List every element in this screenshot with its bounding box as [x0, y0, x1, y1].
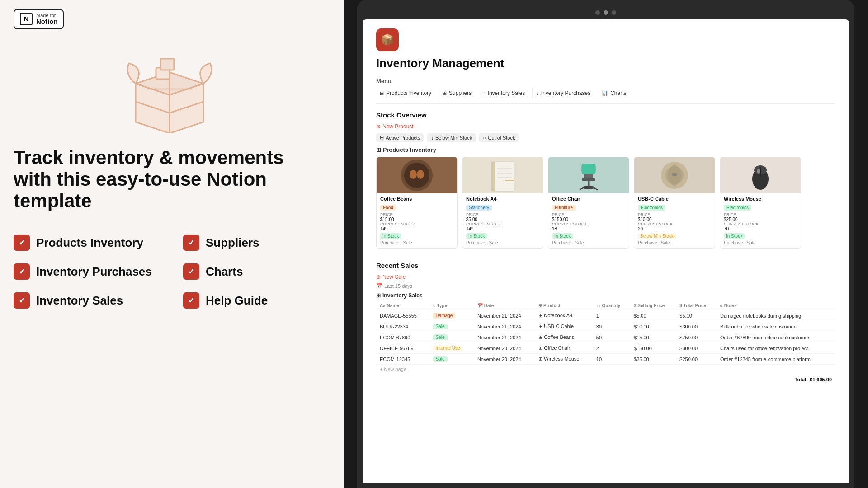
- check-icon-5: [14, 292, 30, 309]
- notion-badge: N Made for Notion: [14, 9, 64, 29]
- col-date: 📅 Date: [474, 301, 535, 310]
- product-info-notebook: Notebook A4 Stationery PRICE $5.00 CURRE…: [462, 193, 543, 248]
- row-qty: 30: [593, 321, 630, 332]
- filter-icon-2: ↓: [431, 135, 434, 141]
- table-row: ECOM-12345 Sale November 20, 2024 ⊞ Wire…: [376, 354, 835, 365]
- menu-icon-suppliers: ⊞: [443, 90, 447, 96]
- row-notes: Order #67890 from online café customer.: [717, 332, 835, 343]
- col-product: ⊞ Product: [535, 301, 593, 310]
- badge-text: Made for Notion: [36, 13, 57, 26]
- svg-point-23: [582, 186, 595, 189]
- check-icon-6: [183, 292, 199, 309]
- product-card-coffee-beans[interactable]: Coffee Beans Food PRICE $15.00 CURRENT S…: [376, 157, 458, 249]
- filter-below-min[interactable]: ↓ Below Min Stock: [427, 133, 476, 142]
- recent-sales-title: Recent Sales: [376, 262, 835, 269]
- product-card-usbc[interactable]: USB-C Cable Electronics PRICE $10.00 CUR…: [634, 157, 715, 249]
- products-grid: Coffee Beans Food PRICE $15.00 CURRENT S…: [376, 157, 835, 249]
- new-page-row[interactable]: + New page: [376, 365, 835, 374]
- feature-item-help: Help Guide: [183, 292, 326, 309]
- feature-item-purchases: Inventory Purchases: [14, 263, 156, 280]
- col-type: ○ Type: [429, 301, 474, 310]
- feature-item-charts: Charts: [183, 263, 326, 280]
- row-price: $25.00: [630, 354, 676, 365]
- menu-item-suppliers-label: Suppliers: [449, 90, 472, 96]
- notion-page: 📦 Inventory Management Menu ⊞ Products I…: [363, 19, 849, 483]
- row-name: ECOM-12345: [376, 354, 429, 365]
- device-screen: 📦 Inventory Management Menu ⊞ Products I…: [363, 19, 849, 483]
- svg-rect-28: [672, 173, 677, 176]
- sales-table-body: DAMAGE-55555 Damage November 21, 2024 ⊞ …: [376, 310, 835, 365]
- table-icon: ⊞: [376, 292, 381, 299]
- row-type: Damage: [429, 310, 474, 321]
- inventory-sales-label: ⊞ Inventory Sales: [376, 292, 835, 299]
- calendar-icon: 📅: [376, 283, 382, 289]
- stock-overview-section: Stock Overview ⊕ New Product ⊞ Active Pr…: [376, 111, 835, 249]
- products-section-label: ⊞ Products Inventory: [376, 146, 835, 153]
- row-price: $5.00: [630, 310, 676, 321]
- product-card-notebook[interactable]: Notebook A4 Stationery PRICE $5.00 CURRE…: [462, 157, 543, 249]
- product-card-chair[interactable]: Office Chair Furniture PRICE $150.00 CUR…: [548, 157, 629, 249]
- svg-point-11: [410, 170, 417, 179]
- menu-section: Menu ⊞ Products Inventory ⊞ Suppliers ↑: [376, 78, 835, 104]
- row-notes: Chairs used for office renovation projec…: [717, 343, 835, 354]
- product-info-coffee: Coffee Beans Food PRICE $15.00 CURRENT S…: [377, 193, 457, 248]
- camera-dot-2: [604, 10, 608, 15]
- new-product-button[interactable]: ⊕ New Product: [376, 123, 835, 130]
- row-date: November 21, 2024: [474, 321, 535, 332]
- row-type: Sale: [429, 332, 474, 343]
- row-date: November 21, 2024: [474, 332, 535, 343]
- menu-item-purchases[interactable]: ↓ Inventory Purchases: [533, 88, 598, 98]
- menu-item-sales-label: Inventory Sales: [488, 90, 525, 96]
- table-row: BULK-22334 Sale November 21, 2024 ⊞ USB-…: [376, 321, 835, 332]
- device-frame: 📦 Inventory Management Menu ⊞ Products I…: [357, 0, 854, 488]
- svg-rect-4: [160, 59, 174, 70]
- row-notes: Order #12345 from e-commerce platform.: [717, 354, 835, 365]
- features-grid: Products Inventory Suppliers Inventory P…: [14, 235, 326, 309]
- feature-item-sales: Inventory Sales: [14, 292, 156, 309]
- menu-item-suppliers[interactable]: ⊞ Suppliers: [439, 88, 479, 98]
- menu-item-products[interactable]: ⊞ Products Inventory: [376, 88, 439, 98]
- row-total: $750.00: [676, 332, 717, 343]
- product-card-mouse[interactable]: Wireless Mouse Electronics PRICE $25.00 …: [720, 157, 801, 249]
- row-notes: Damaged notebooks during shipping.: [717, 310, 835, 321]
- feature-label-2: Suppliers: [206, 236, 259, 250]
- camera-dot-3: [612, 10, 616, 15]
- row-qty: 10: [593, 354, 630, 365]
- product-info-usbc: USB-C Cable Electronics PRICE $10.00 CUR…: [634, 193, 715, 248]
- feature-item-suppliers: Suppliers: [183, 235, 326, 251]
- filter-out-of-stock[interactable]: ○ Out of Stock: [479, 133, 519, 142]
- row-total: $250.00: [676, 354, 717, 365]
- page-icon: 📦: [376, 28, 399, 51]
- menu-label: Menu: [376, 78, 835, 84]
- svg-rect-19: [582, 164, 595, 174]
- menu-icon-charts: 📊: [602, 90, 608, 96]
- new-sale-button[interactable]: ⊕ New Sale: [376, 274, 835, 280]
- check-icon-4: [183, 263, 199, 280]
- row-name: ECOM-67890: [376, 332, 429, 343]
- row-type: Sale: [429, 321, 474, 332]
- product-img-notebook: [462, 157, 543, 193]
- total-label: Total: [795, 377, 806, 382]
- row-product: ⊞ Coffee Beans: [535, 332, 593, 343]
- filter-row: ⊞ Active Products ↓ Below Min Stock ○ Ou…: [376, 133, 835, 142]
- new-page-label: + New page: [380, 366, 406, 372]
- row-product: ⊞ Office Chair: [535, 343, 593, 354]
- filter-active-products[interactable]: ⊞ Active Products: [376, 133, 424, 142]
- feature-label-3: Inventory Purchases: [36, 265, 152, 279]
- product-info-chair: Office Chair Furniture PRICE $150.00 CUR…: [548, 193, 629, 248]
- feature-label-6: Help Guide: [206, 294, 268, 308]
- svg-rect-14: [491, 162, 495, 191]
- row-notes: Bulk order for wholesale customer.: [717, 321, 835, 332]
- table-row: ECOM-67890 Sale November 21, 2024 ⊞ Coff…: [376, 332, 835, 343]
- row-type: Internal Use: [429, 343, 474, 354]
- box-illustration: [120, 43, 219, 133]
- menu-item-charts[interactable]: 📊 Charts: [598, 88, 633, 98]
- feature-label-4: Charts: [206, 265, 243, 279]
- svg-rect-21: [582, 178, 595, 181]
- svg-rect-18: [505, 180, 514, 181]
- col-notes: ≡ Notes: [717, 301, 835, 310]
- sales-table-header: Aa Name ○ Type 📅 Date ⊞ Product ↑↓ Quant…: [376, 301, 835, 310]
- menu-item-sales[interactable]: ↑ Inventory Sales: [479, 88, 533, 98]
- menu-icon-purchases: ↓: [536, 90, 539, 96]
- menu-icon-products: ⊞: [380, 90, 384, 96]
